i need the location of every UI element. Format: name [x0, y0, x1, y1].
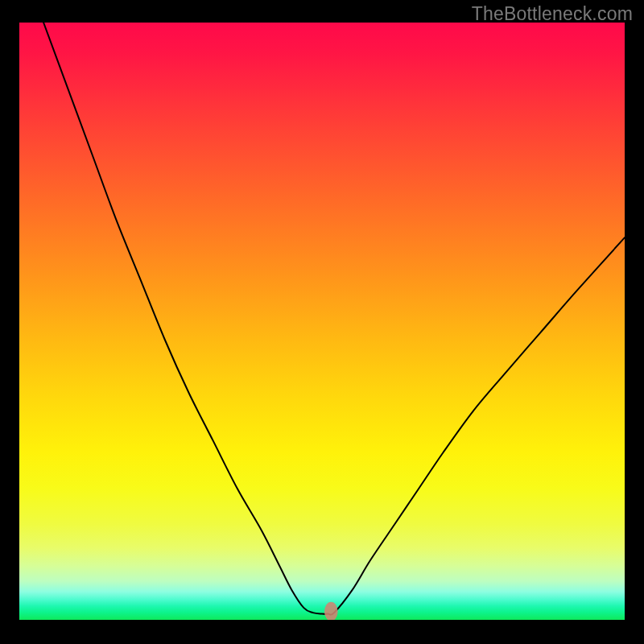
plot-area: [19, 23, 625, 620]
chart-frame: TheBottleneck.com: [0, 0, 644, 644]
bottleneck-curve: [43, 23, 625, 615]
watermark-text: TheBottleneck.com: [472, 3, 633, 25]
bottleneck-marker: [324, 602, 338, 620]
curve-svg: [19, 23, 625, 620]
